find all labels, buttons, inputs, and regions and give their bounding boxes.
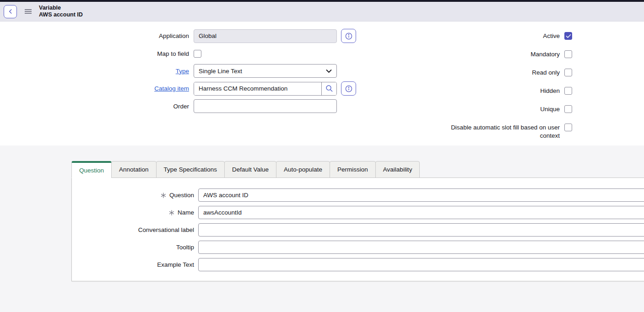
tooltip-label: Tooltip [176,244,194,251]
map-to-field-label: Map to field [0,50,194,57]
application-info-button[interactable] [341,29,356,43]
hidden-checkbox[interactable] [564,87,572,95]
type-row: Type Single Line Text [0,64,366,78]
required-asterisk-icon [169,210,174,215]
catalog-item-lookup-button[interactable] [321,82,336,95]
order-row: Order [0,99,366,113]
name-field[interactable] [198,206,644,219]
info-icon [345,85,352,92]
active-row: Active [435,32,572,40]
order-field[interactable] [194,99,337,113]
example-text-field[interactable] [198,258,644,271]
page-title: Variable AWS account ID [39,5,83,18]
search-icon [325,85,333,92]
unique-row: Unique [435,105,572,113]
hidden-label: Hidden [435,87,564,95]
active-label: Active [435,32,564,40]
tooltip-field[interactable] [198,241,644,254]
type-selected-value: Single Line Text [199,68,326,75]
question-tab-panel: Question Name Conversational label Toolt… [71,178,644,281]
type-label-link[interactable]: Type [176,68,189,75]
active-checkbox[interactable] [564,32,572,40]
example-text-label: Example Text [157,261,194,268]
chevron-down-icon [326,69,332,73]
disable-slot-fill-checkbox[interactable] [564,124,572,131]
unique-label: Unique [435,105,564,113]
conversational-label-field[interactable] [198,223,644,237]
form-left-column: Application Map to field Type Single Lin… [0,29,366,117]
required-asterisk-icon [161,193,166,198]
context-menu-button[interactable] [23,7,32,16]
record-type: Variable [39,5,83,11]
mandatory-row: Mandatory [435,50,572,59]
order-label: Order [0,103,194,110]
question-field[interactable] [198,188,644,202]
tab-annotation[interactable]: Annotation [111,161,157,178]
read-only-row: Read only [435,69,572,77]
tooltip-row: Tooltip [72,241,644,254]
catalog-item-reference-field [194,82,337,96]
checkmark-icon [566,34,571,38]
application-row: Application [0,29,366,43]
question-label: Question [169,192,194,199]
application-label: Application [0,32,194,39]
conversational-label-label: Conversational label [138,226,194,233]
mandatory-checkbox[interactable] [564,50,572,58]
tab-question[interactable]: Question [71,161,112,178]
variable-form: Application Map to field Type Single Lin… [0,22,644,145]
conversational-label-row: Conversational label [72,223,644,237]
application-field[interactable] [194,29,337,43]
read-only-label: Read only [435,69,564,77]
disable-slot-fill-row: Disable automatic slot fill based on use… [435,124,572,140]
tab-permission[interactable]: Permission [330,161,376,178]
unique-checkbox[interactable] [564,105,572,113]
tab-auto-populate[interactable]: Auto-populate [276,161,330,178]
app-header: Variable AWS account ID [0,2,644,22]
catalog-item-input[interactable] [194,82,321,95]
tab-default-value[interactable]: Default Value [224,161,276,178]
catalog-item-info-button[interactable] [341,81,356,96]
form-right-column: Active Mandatory Read only Hidden Unique… [435,32,572,140]
name-row: Name [72,206,644,219]
map-to-field-checkbox[interactable] [194,50,201,58]
name-label: Name [178,209,194,216]
tabbed-section: Question Annotation Type Specifications … [0,145,644,312]
catalog-item-label-link[interactable]: Catalog item [154,85,189,92]
read-only-checkbox[interactable] [564,69,572,76]
back-button[interactable] [4,5,17,18]
tab-availability[interactable]: Availability [375,161,420,178]
hamburger-icon [25,9,32,14]
map-to-field-row: Map to field [0,47,366,60]
example-text-row: Example Text [72,258,644,271]
record-title: AWS account ID [39,11,83,18]
info-icon [345,32,352,40]
mandatory-label: Mandatory [435,50,564,59]
tab-bar: Question Annotation Type Specifications … [71,161,644,178]
catalog-item-row: Catalog item [0,81,366,96]
disable-slot-fill-label: Disable automatic slot fill based on use… [435,124,564,140]
type-select[interactable]: Single Line Text [194,64,337,78]
hidden-row: Hidden [435,87,572,95]
chevron-left-icon [7,8,14,15]
tab-type-specifications[interactable]: Type Specifications [156,161,225,178]
question-row: Question [72,188,644,202]
